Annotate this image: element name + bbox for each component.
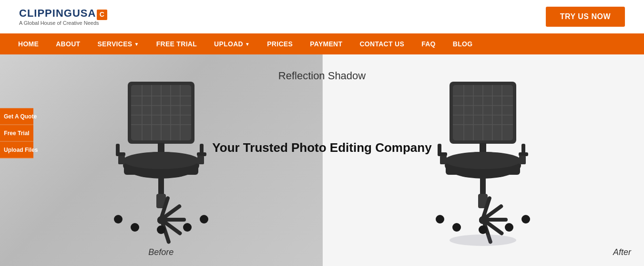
svg-point-60 <box>521 215 530 223</box>
svg-point-48 <box>445 152 521 169</box>
before-after-divider <box>322 54 323 266</box>
svg-point-26 <box>200 215 208 223</box>
svg-point-25 <box>114 215 123 223</box>
svg-point-59 <box>436 215 444 223</box>
main-nav: HOME ABOUT SERVICES ▼ FREE TRIAL UPLOAD … <box>0 33 644 54</box>
brand-name: CLIPPINGUSAC <box>19 8 107 20</box>
get-a-quote-button[interactable]: Get A Quote <box>0 108 33 125</box>
after-chair-image <box>411 72 554 249</box>
after-chair-container <box>322 54 644 266</box>
svg-point-57 <box>452 223 461 232</box>
svg-rect-31 <box>200 144 204 154</box>
try-now-button[interactable]: TRY US NOW <box>546 7 625 27</box>
svg-rect-67 <box>519 156 526 164</box>
brand-subtitle: A Global House of Creative Needs <box>19 20 107 26</box>
before-chair-container <box>0 54 322 266</box>
upload-files-button[interactable]: Upload Files <box>0 141 33 158</box>
svg-rect-30 <box>116 144 120 154</box>
header: CLIPPINGUSAC A Global House of Creative … <box>0 0 644 33</box>
nav-about[interactable]: ABOUT <box>47 33 89 54</box>
svg-point-61 <box>479 225 487 234</box>
svg-rect-33 <box>197 156 204 164</box>
nav-payment[interactable]: PAYMENT <box>301 33 351 54</box>
svg-point-14 <box>123 152 199 169</box>
nav-home[interactable]: HOME <box>10 33 47 54</box>
logo-text: CLIPPINGUSAC A Global House of Creative … <box>19 8 107 26</box>
nav-prices[interactable]: PRICES <box>258 33 301 54</box>
svg-point-23 <box>131 223 139 232</box>
svg-rect-64 <box>438 144 441 154</box>
svg-rect-65 <box>521 144 525 154</box>
nav-services[interactable]: SERVICES ▼ <box>89 33 147 54</box>
brand-icon: C <box>97 10 107 20</box>
before-chair-image <box>90 72 233 249</box>
svg-point-24 <box>183 223 192 232</box>
chevron-down-icon: ▼ <box>245 42 250 47</box>
nav-free-trial[interactable]: FREE TRIAL <box>148 33 205 54</box>
nav-upload[interactable]: UPLOAD ▼ <box>205 33 258 54</box>
nav-blog[interactable]: BLOG <box>444 33 481 54</box>
hero-after-panel <box>322 54 644 266</box>
nav-faq[interactable]: FAQ <box>413 33 444 54</box>
free-trial-button[interactable]: Free Trial <box>0 125 33 141</box>
logo-area: CLIPPINGUSAC A Global House of Creative … <box>19 8 107 26</box>
hero-section: Reflection Shadow Your Trusted Photo Edi… <box>0 54 644 266</box>
nav-contact[interactable]: CONTACT US <box>351 33 413 54</box>
hero-before-panel <box>0 54 322 266</box>
svg-point-68 <box>450 234 516 246</box>
svg-rect-32 <box>118 156 125 164</box>
svg-point-27 <box>157 225 165 234</box>
svg-point-58 <box>505 223 513 232</box>
chevron-down-icon: ▼ <box>134 42 139 47</box>
svg-rect-66 <box>440 156 447 164</box>
side-buttons-panel: Get A Quote Free Trial Upload Files <box>0 108 33 158</box>
